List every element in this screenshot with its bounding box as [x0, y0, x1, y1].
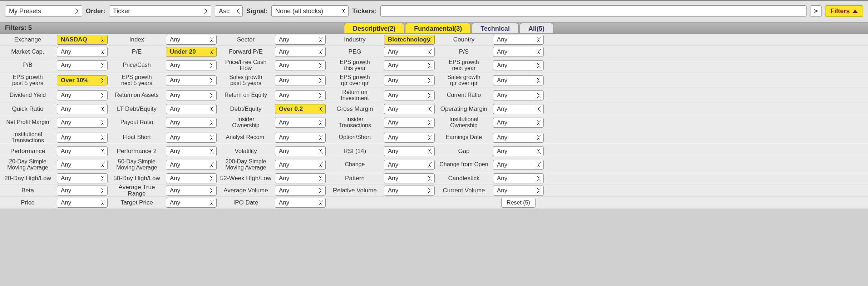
filter-select[interactable]: Any — [57, 118, 108, 128]
filter-select[interactable]: Any — [384, 75, 435, 85]
filter-select[interactable]: Any — [57, 60, 108, 70]
filter-select[interactable]: Any — [384, 118, 435, 128]
filter-select[interactable]: Any — [384, 146, 435, 156]
filter-select[interactable]: Any — [384, 133, 435, 143]
filter-select[interactable]: Any — [384, 47, 435, 57]
filter-select[interactable]: Any — [275, 90, 326, 100]
filter-select[interactable]: Any — [57, 47, 108, 57]
filter-label: Average Volume — [218, 184, 273, 196]
filter-select-value: Any — [388, 175, 398, 182]
filter-select-value: Any — [388, 134, 398, 141]
filter-select-cell: Any — [164, 88, 218, 103]
filter-label: Change — [327, 157, 383, 172]
filter-label: Current Volume — [436, 184, 492, 196]
filter-select[interactable]: Any — [166, 173, 217, 183]
presets-select[interactable]: My Presets — [5, 5, 82, 17]
filter-select[interactable]: Any — [275, 47, 326, 57]
filter-select[interactable]: Any — [275, 118, 326, 128]
filter-select[interactable]: Any — [166, 160, 217, 170]
tab-technical[interactable]: Technical — [472, 23, 519, 33]
filter-select-value: Any — [279, 187, 289, 194]
filter-select[interactable]: Any — [275, 160, 326, 170]
tickers-input[interactable] — [380, 5, 807, 17]
signal-value: None (all stocks) — [275, 8, 323, 15]
filter-select[interactable]: Any — [493, 75, 544, 85]
filter-select[interactable]: Any — [493, 60, 544, 70]
filter-select[interactable]: Any — [57, 90, 108, 100]
filter-select[interactable]: Any — [384, 104, 435, 114]
filter-select[interactable]: Any — [166, 118, 217, 128]
filter-select[interactable]: Any — [166, 186, 217, 196]
filter-select[interactable]: Any — [275, 186, 326, 196]
filter-select[interactable]: Over 0.2 — [275, 104, 326, 114]
filter-select-value: Any — [170, 199, 180, 206]
filter-select-cell: Any — [383, 73, 436, 88]
filter-select[interactable]: Any — [57, 173, 108, 183]
filter-row: Quick RatioAnyLT Debt/EquityAnyDebt/Equi… — [0, 103, 868, 115]
filter-select[interactable]: Any — [493, 173, 544, 183]
filter-select[interactable]: Under 20 — [166, 47, 217, 57]
filter-select[interactable]: Any — [57, 186, 108, 196]
filter-select[interactable]: Any — [275, 198, 326, 208]
filter-select[interactable]: Any — [166, 198, 217, 208]
filter-select-cell: Any — [55, 103, 109, 115]
filter-select[interactable]: Any — [166, 35, 217, 45]
filter-select[interactable]: Any — [493, 47, 544, 57]
filter-select[interactable]: Any — [57, 198, 108, 208]
filter-select-value: Under 20 — [170, 48, 196, 55]
filter-select[interactable]: Any — [493, 186, 544, 196]
filter-select[interactable]: Any — [384, 160, 435, 170]
filter-select[interactable]: Any — [275, 146, 326, 156]
go-button[interactable]: > — [810, 5, 822, 17]
filter-select[interactable]: Any — [384, 60, 435, 70]
filter-select-value: Any — [388, 148, 398, 155]
filter-select-value: Any — [61, 119, 71, 126]
filter-select[interactable]: Any — [275, 35, 326, 45]
filter-select[interactable]: Any — [384, 186, 435, 196]
filter-select-value: Any — [170, 148, 180, 155]
filter-select-cell: Any — [273, 197, 327, 208]
filter-select[interactable]: Any — [493, 160, 544, 170]
filter-select[interactable]: Any — [493, 90, 544, 100]
filter-select-value: Any — [170, 62, 180, 69]
filter-select[interactable]: Any — [166, 146, 217, 156]
filter-select[interactable]: Any — [275, 60, 326, 70]
filter-select[interactable]: Any — [57, 104, 108, 114]
filter-select[interactable]: Any — [493, 104, 544, 114]
filter-select-cell: Any — [55, 58, 109, 73]
asc-select[interactable]: Asc — [215, 5, 243, 17]
filter-select[interactable]: Any — [166, 75, 217, 85]
filter-label: Institutional Transactions — [0, 130, 55, 145]
filter-select[interactable]: Biotechnology — [384, 35, 435, 45]
filters-toggle-button[interactable]: Filters — [825, 5, 863, 17]
signal-select[interactable]: None (all stocks) — [271, 5, 349, 17]
filter-label: 52-Week High/Low — [218, 172, 273, 184]
filter-select[interactable]: Any — [57, 133, 108, 143]
filter-select[interactable]: Any — [493, 146, 544, 156]
filter-select[interactable]: Any — [166, 60, 217, 70]
filter-select[interactable]: Any — [57, 160, 108, 170]
filter-select[interactable]: NASDAQ — [57, 35, 108, 45]
filter-select[interactable]: Any — [275, 75, 326, 85]
filter-label: EPS growth qtr over qtr — [327, 73, 383, 88]
filter-select[interactable]: Any — [384, 173, 435, 183]
filter-select[interactable]: Any — [166, 104, 217, 114]
filter-select[interactable]: Any — [275, 173, 326, 183]
filter-select-value: Any — [497, 105, 507, 113]
filter-select-cell: Any — [55, 184, 109, 196]
filter-select[interactable]: Any — [493, 35, 544, 45]
tab-all-5-[interactable]: All(5) — [519, 23, 553, 33]
filter-select[interactable]: Any — [275, 133, 326, 143]
filter-select[interactable]: Any — [493, 133, 544, 143]
filter-select[interactable]: Any — [384, 90, 435, 100]
filter-select[interactable]: Over 10% — [57, 75, 108, 85]
filter-select[interactable]: Any — [166, 133, 217, 143]
order-select[interactable]: Ticker — [109, 5, 211, 17]
tab-descriptive-2-[interactable]: Descriptive(2) — [344, 23, 404, 33]
filter-select[interactable]: Any — [57, 146, 108, 156]
filter-select[interactable]: Any — [493, 118, 544, 128]
reset-button[interactable]: Reset (5) — [501, 198, 536, 208]
filter-select[interactable]: Any — [166, 90, 217, 100]
tab-fundamental-3-[interactable]: Fundamental(3) — [405, 23, 471, 33]
filter-select-cell: Any — [273, 145, 327, 157]
